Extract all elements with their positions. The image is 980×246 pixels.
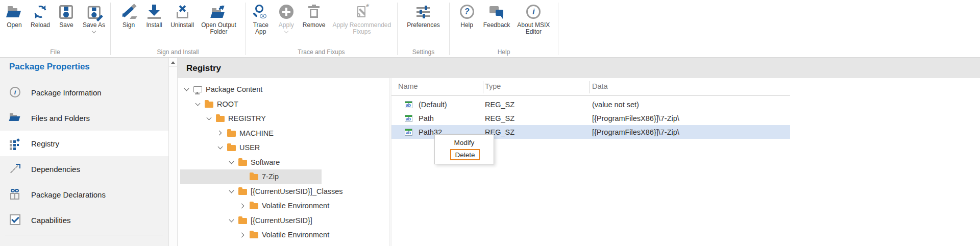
open-output-folder-icon bbox=[210, 4, 228, 20]
ribbon-button-reload[interactable]: Reload bbox=[27, 3, 54, 29]
tree-item-user[interactable]: USER bbox=[178, 140, 388, 155]
chevron-right-icon[interactable] bbox=[217, 131, 223, 136]
tree-item-label: Volatile Environment bbox=[262, 202, 329, 210]
ribbon-button-sign[interactable]: Sign bbox=[116, 3, 141, 29]
chevron-down-icon[interactable] bbox=[217, 145, 223, 150]
ribbon-button-feedback[interactable]: Feedback bbox=[480, 3, 514, 29]
ribbon-button-label: Feedback bbox=[483, 22, 510, 29]
ribbon-group-label: Sign and Install bbox=[111, 48, 245, 57]
reg-sz-icon bbox=[405, 129, 412, 136]
sidebar-scrollbar[interactable] bbox=[168, 58, 178, 246]
chevron-down-icon[interactable] bbox=[195, 102, 200, 107]
ribbon-group-separator bbox=[558, 3, 558, 55]
ribbon-button-uninstall[interactable]: Uninstall bbox=[167, 3, 198, 29]
sidebar-item-capabilities[interactable]: Capabilities bbox=[0, 207, 168, 233]
ribbon-button-about-msix-editor[interactable]: iAbout MSIX Editor bbox=[513, 3, 553, 35]
ribbon-button-label: Uninstall bbox=[170, 22, 194, 29]
ribbon-button-help[interactable]: ?Help bbox=[454, 3, 480, 29]
ribbon-button-save[interactable]: Save bbox=[54, 3, 79, 29]
sidebar-item-label: Registry bbox=[31, 139, 59, 148]
sidebar-item-registry[interactable]: Registry bbox=[0, 131, 168, 156]
tree-item-label: [{CurrentUserSID}] bbox=[251, 216, 312, 225]
tree-item-package-content[interactable]: Package Content bbox=[178, 82, 388, 97]
ribbon-button-label: Sign bbox=[122, 22, 135, 29]
scrollbar-up-button[interactable] bbox=[169, 58, 177, 67]
tree-item-currentusersid[interactable]: [{CurrentUserSID}] bbox=[178, 213, 388, 228]
ribbon-button-label: Apply Recommended Fixups bbox=[332, 22, 391, 35]
tree-item-currentusersid-classes[interactable]: [{CurrentUserSID}]_Classes bbox=[178, 184, 388, 199]
ribbon-button-apply-recommended-fixups: ★Apply Recommended Fixups bbox=[329, 3, 395, 35]
install-icon bbox=[145, 4, 163, 20]
ribbon-button-apply: Apply bbox=[274, 3, 299, 33]
registry-value-row-default[interactable]: (Default)REG_SZ(value not set) bbox=[389, 97, 790, 111]
sidebar-item-files-and-folders[interactable]: Files and Folders bbox=[0, 105, 168, 131]
capabilities-icon bbox=[9, 214, 21, 226]
sidebar-item-label: Package Information bbox=[31, 88, 102, 97]
chevron-down-icon[interactable] bbox=[206, 116, 211, 121]
chevron-right-icon[interactable] bbox=[240, 203, 245, 208]
tree-item-registry[interactable]: REGISTRY bbox=[178, 111, 388, 126]
tree-item-volatile-environment[interactable]: Volatile Environment bbox=[178, 228, 388, 242]
ribbon-toolbar: OpenReloadSaveSave AsFileSignInstallUnin… bbox=[0, 0, 980, 58]
chevron-down-icon[interactable] bbox=[229, 218, 234, 223]
ribbon-button-preferences[interactable]: Preferences bbox=[403, 3, 444, 29]
save-as-icon bbox=[85, 4, 103, 20]
tree-item-root[interactable]: ROOT bbox=[178, 97, 388, 112]
trace-app-icon bbox=[252, 4, 270, 20]
uninstall-icon bbox=[173, 4, 191, 20]
chevron-down-icon bbox=[284, 29, 288, 33]
sidebar-title: Package Properties bbox=[9, 62, 90, 72]
ribbon-button-label: Help bbox=[460, 22, 473, 29]
ribbon-button-install[interactable]: Install bbox=[141, 3, 167, 29]
chevron-right-icon[interactable] bbox=[240, 232, 245, 237]
ribbon-button-label: Reload bbox=[31, 22, 50, 29]
tree-item-label: REGISTRY bbox=[228, 114, 266, 122]
monitor-icon bbox=[193, 86, 202, 92]
chevron-down-icon[interactable] bbox=[184, 87, 189, 92]
preferences-icon bbox=[414, 4, 432, 20]
tree-item-software[interactable]: Software bbox=[178, 155, 388, 170]
sidebar-item-package-declarations[interactable]: Package Declarations bbox=[0, 182, 168, 207]
value-name-cell: (Default) bbox=[419, 101, 447, 109]
page-title: Registry bbox=[186, 63, 221, 73]
tree-grid-splitter[interactable] bbox=[389, 78, 391, 246]
folder-icon bbox=[238, 160, 247, 166]
reload-icon bbox=[31, 4, 50, 20]
tree-item-label: MACHINE bbox=[239, 129, 274, 137]
column-header-name[interactable]: Name bbox=[398, 82, 418, 90]
chevron-down-icon[interactable] bbox=[229, 160, 234, 165]
ribbon-button-label: Preferences bbox=[407, 22, 440, 29]
column-header-type[interactable]: Type bbox=[485, 82, 501, 90]
ribbon-button-open[interactable]: Open bbox=[2, 3, 27, 29]
context-menu-item-delete[interactable]: Delete bbox=[450, 149, 480, 160]
folder-icon bbox=[205, 102, 213, 108]
feedback-icon bbox=[487, 4, 506, 20]
context-menu-item-modify[interactable]: Modify bbox=[435, 139, 494, 146]
grid-header-row: Name Type Data bbox=[389, 78, 790, 95]
ribbon-group-trace-and-fixups: Trace AppApplyRemove★Apply Recommended F… bbox=[246, 0, 397, 57]
tree-item-machine[interactable]: MACHINE bbox=[178, 126, 388, 141]
sidebar-item-dependencies[interactable]: Dependencies bbox=[0, 156, 168, 182]
ribbon-group-settings: PreferencesSettings bbox=[398, 0, 449, 57]
registry-value-row-path[interactable]: PathREG_SZ[{ProgramFilesX86}]\7-Zip\ bbox=[389, 111, 790, 125]
tree-item-7-zip[interactable]: 7-Zip bbox=[178, 169, 388, 184]
ribbon-button-open-output-folder[interactable]: Open Output Folder bbox=[198, 3, 240, 35]
reg-sz-icon bbox=[405, 101, 412, 108]
registry-tree: Package ContentROOTREGISTRYMACHINEUSERSo… bbox=[178, 78, 388, 246]
chevron-down-icon[interactable] bbox=[229, 189, 234, 194]
ribbon-button-save-as[interactable]: Save As bbox=[79, 3, 109, 33]
sidebar-item-label: Package Declarations bbox=[31, 190, 106, 199]
tree-item-label: Package Content bbox=[206, 85, 262, 93]
tree-item-volatile-environment[interactable]: Volatile Environment bbox=[178, 199, 388, 213]
sidebar-item-package-information[interactable]: iPackage Information bbox=[0, 80, 168, 105]
ribbon-button-label: Save As bbox=[83, 22, 105, 29]
ribbon-button-trace-app[interactable]: Trace App bbox=[248, 3, 274, 35]
remove-icon bbox=[305, 4, 323, 20]
ribbon-group-label: Trace and Fixups bbox=[246, 48, 397, 57]
folder-icon bbox=[250, 174, 258, 180]
ribbon-group-label: Settings bbox=[398, 48, 449, 57]
folder-icon bbox=[238, 189, 247, 195]
ribbon-button-remove[interactable]: Remove bbox=[299, 3, 329, 29]
column-header-data[interactable]: Data bbox=[592, 82, 608, 90]
reg-sz-icon bbox=[405, 115, 412, 122]
